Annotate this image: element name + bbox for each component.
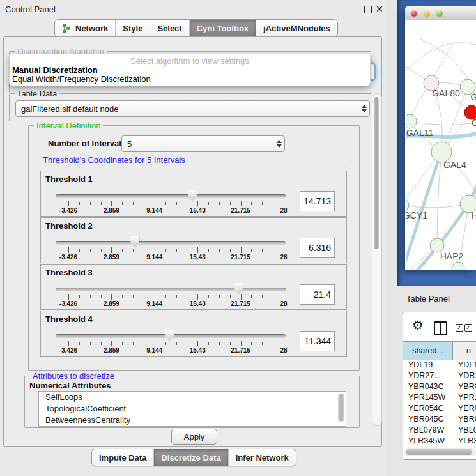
tab-select[interactable]: Select: [150, 20, 188, 36]
network-node-gal11[interactable]: [406, 114, 417, 128]
threshold-2-slider-handle[interactable]: [130, 236, 139, 248]
table-row[interactable]: YLR345WYLR3: [403, 436, 476, 447]
network-node-gcy1[interactable]: [406, 199, 409, 211]
cell-name[interactable]: YDR2: [452, 371, 476, 381]
cell-shared-name[interactable]: YBR045C: [403, 414, 452, 425]
network-node-hap2[interactable]: [430, 238, 444, 252]
column-header-name[interactable]: n: [453, 342, 476, 360]
panel-scrollbar-thumb[interactable]: [374, 97, 379, 249]
table-row[interactable]: YER054CYER0: [403, 403, 476, 414]
gear-icon[interactable]: ⚙: [412, 318, 424, 333]
network-canvas[interactable]: GAL80GCGAL11GAL4GCY1HHAP2: [406, 20, 476, 270]
cell-shared-name[interactable]: YBL079W: [403, 425, 452, 436]
table-data-combobox[interactable]: galFiltered.sif default node: [15, 100, 370, 117]
slider-track[interactable]: [56, 288, 286, 291]
threshold-3-slider-handle[interactable]: [234, 283, 243, 295]
traffic-light-zoom-icon[interactable]: [436, 10, 443, 17]
tick-mark: [230, 249, 231, 252]
numerical-attributes-label: Numerical Attributes: [29, 381, 111, 390]
tick-mark: [122, 295, 123, 298]
panel-scrollbar-track[interactable]: [372, 93, 382, 426]
cell-name[interactable]: YLR3: [452, 436, 476, 447]
tick-mark: [262, 202, 263, 205]
table-row[interactable]: YBL079WYBL0: [403, 425, 476, 436]
tick-mark: [144, 202, 144, 205]
cell-shared-name[interactable]: YPR145W: [403, 392, 452, 403]
threshold-1-value-field[interactable]: 14.713: [300, 191, 335, 211]
traffic-light-minimize-icon[interactable]: [424, 10, 430, 17]
table-row[interactable]: YPR145WYPR1: [403, 392, 476, 403]
cell-name[interactable]: YPR1: [452, 392, 476, 403]
tick-label: 21.715: [231, 254, 250, 261]
tab-jactivemnodules[interactable]: jActiveMNodules: [256, 20, 337, 36]
tick-mark: [197, 341, 198, 346]
network-window-titlebar[interactable]: [405, 6, 476, 20]
float-window-icon[interactable]: [364, 6, 372, 13]
slider-track[interactable]: [56, 241, 286, 245]
tick-label: 21.715: [231, 300, 250, 307]
tab-network[interactable]: Network: [55, 20, 115, 36]
network-node-bottom-node[interactable]: [452, 262, 464, 270]
cell-shared-name[interactable]: YLR345W: [403, 436, 452, 447]
threshold-4-slider-handle[interactable]: [165, 330, 174, 341]
cell-name[interactable]: YBR0: [452, 381, 476, 392]
threshold-2-value-field[interactable]: 6.316: [300, 238, 335, 258]
tick-mark: [197, 201, 198, 206]
cell-shared-name[interactable]: YER054C: [403, 403, 452, 414]
tab-style[interactable]: Style: [115, 20, 150, 36]
tab-infer-network[interactable]: Infer Network: [228, 449, 296, 466]
slider-track[interactable]: [56, 194, 286, 198]
list-scrollbar-thumb[interactable]: [338, 394, 344, 422]
close-icon[interactable]: ✕: [376, 3, 383, 15]
cell-shared-name[interactable]: YDL19...: [403, 360, 452, 371]
column-header-shared-name[interactable]: shared...: [403, 342, 453, 360]
table-row[interactable]: YDL19...YDL1: [403, 360, 476, 371]
tick-mark: [68, 201, 69, 206]
traffic-light-close-icon[interactable]: [411, 10, 417, 17]
dropdown-option-equal-width-frequency[interactable]: Equal Width/Frequency Discretization: [12, 74, 151, 84]
node-label: G: [471, 92, 476, 102]
cell-name[interactable]: YER0: [452, 403, 476, 414]
threshold-1-slider-handle[interactable]: [188, 190, 197, 201]
tab-discretize-data[interactable]: Discretize Data: [153, 449, 227, 466]
checked-box-icon[interactable]: ✓: [456, 324, 463, 332]
number-of-intervals-label: Number of Intervals: [48, 139, 126, 148]
tick-mark: [122, 202, 123, 205]
tick-mark: [230, 295, 231, 298]
table-row[interactable]: YDR27...YDR2: [403, 371, 476, 381]
dropdown-option-manual-discretization[interactable]: Manual Discretization: [12, 65, 98, 75]
tick-label: 9.144: [146, 207, 162, 214]
number-of-intervals-combobox[interactable]: 5: [121, 135, 285, 152]
threshold-4-value-field[interactable]: 11.344: [300, 331, 335, 351]
tick-label: 15.43: [190, 254, 206, 261]
tick-mark: [111, 247, 112, 253]
horizontal-scrollbar-thumb[interactable]: [406, 449, 472, 455]
attribute-list-item[interactable]: BetweennessCentrality: [39, 415, 346, 426]
tick-mark: [208, 295, 209, 298]
cell-name[interactable]: YBL0: [452, 425, 476, 436]
cell-shared-name[interactable]: YBR043C: [403, 381, 452, 392]
tab-impute-data[interactable]: Impute Data: [92, 449, 153, 466]
tab-label: Network: [75, 24, 108, 33]
stepper-icon[interactable]: [273, 136, 284, 151]
cell-shared-name[interactable]: YDR27...: [403, 371, 452, 381]
node-label: GAL4: [443, 160, 466, 170]
tick-label: 9.144: [146, 254, 162, 261]
checked-box-icon[interactable]: ✓: [464, 324, 472, 332]
attribute-list-item[interactable]: TopologicalCoefficient: [39, 403, 346, 415]
stepper-icon[interactable]: [358, 101, 369, 116]
tab-cyni-toolbox[interactable]: Cyni Toolbox: [189, 20, 256, 36]
horizontal-scrollbar[interactable]: [404, 448, 476, 456]
tick-mark: [101, 295, 102, 298]
table-row[interactable]: YBR043CYBR0: [403, 381, 476, 392]
tick-label: 2.859: [104, 207, 119, 214]
split-columns-icon[interactable]: [434, 321, 447, 335]
attribute-list-item[interactable]: SelfLoops: [39, 392, 346, 403]
tick-mark: [101, 202, 102, 205]
tab-label: Discretize Data: [161, 453, 220, 463]
cell-name[interactable]: YDL1: [452, 360, 476, 371]
cell-name[interactable]: YBR0: [452, 414, 476, 425]
threshold-3-value-field[interactable]: 21.4: [300, 284, 335, 305]
table-row[interactable]: YBR045CYBR0: [403, 414, 476, 425]
apply-button[interactable]: Apply: [171, 429, 217, 445]
